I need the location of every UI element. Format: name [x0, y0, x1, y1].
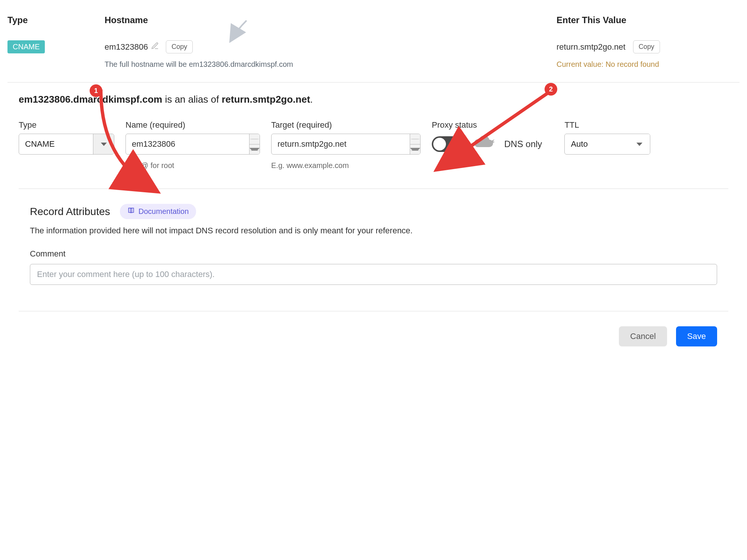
alias-summary: em1323806.dmarcdkimspf.com is an alias o…	[19, 94, 728, 105]
proxy-status-text: DNS only	[504, 139, 542, 149]
comment-label: Comment	[30, 249, 717, 259]
target-hint: E.g. www.example.com	[271, 161, 421, 170]
copy-hostname-button[interactable]: Copy	[166, 40, 193, 53]
col-header-hostname: Hostname	[105, 15, 557, 25]
ttl-select-value: Auto	[565, 134, 629, 154]
divider	[19, 189, 728, 189]
record-attributes-description: The information provided here will not i…	[30, 226, 717, 236]
ttl-select-toggle[interactable]	[629, 134, 650, 154]
book-icon	[127, 207, 135, 216]
proxy-toggle[interactable]: ✕	[432, 136, 464, 152]
proxy-label: Proxy status	[432, 120, 542, 130]
edit-icon[interactable]	[151, 42, 159, 52]
full-hostname-hint: The full hostname will be em1323806.dmar…	[105, 60, 557, 69]
type-select-value: CNAME	[19, 134, 93, 154]
name-input-wrap	[125, 134, 260, 155]
chevron-down-icon	[636, 143, 642, 146]
target-label: Target (required)	[271, 120, 421, 130]
annotation-badge-1: 1	[90, 84, 102, 97]
ttl-select[interactable]: Auto	[564, 134, 650, 155]
target-step-down[interactable]	[410, 144, 420, 155]
name-hint: Use @ for root	[125, 161, 260, 170]
type-select-toggle[interactable]	[93, 134, 114, 154]
cloud-icon	[473, 136, 495, 153]
target-input[interactable]	[272, 134, 410, 154]
col-header-type: Type	[7, 15, 105, 25]
documentation-label: Documentation	[139, 207, 189, 216]
name-label: Name (required)	[125, 120, 260, 130]
documentation-link[interactable]: Documentation	[120, 204, 196, 219]
type-select[interactable]: CNAME	[19, 134, 114, 155]
x-icon: ✕	[452, 140, 459, 149]
chevron-up-icon	[410, 139, 420, 139]
chevron-down-icon	[410, 148, 420, 151]
chevron-up-icon	[249, 139, 260, 139]
record-type-badge: CNAME	[7, 40, 45, 53]
type-label: Type	[19, 120, 114, 130]
current-value-text: Current value: No record found	[557, 60, 740, 69]
cancel-button[interactable]: Cancel	[619, 326, 667, 346]
target-value-text: return.smtp2go.net	[557, 42, 626, 52]
name-step-up[interactable]	[249, 134, 260, 144]
comment-input[interactable]	[30, 264, 717, 285]
divider	[19, 311, 728, 311]
save-button[interactable]: Save	[676, 326, 717, 346]
name-input[interactable]	[126, 134, 249, 154]
chevron-down-icon	[101, 143, 107, 146]
name-step-down[interactable]	[249, 144, 260, 155]
target-input-wrap	[271, 134, 421, 155]
annotation-badge-2: 2	[545, 83, 557, 96]
hostname-value: em1323806	[105, 42, 148, 52]
col-header-value: Enter This Value	[557, 15, 740, 25]
ttl-label: TTL	[564, 120, 650, 130]
target-step-up[interactable]	[410, 134, 420, 144]
copy-value-button[interactable]: Copy	[633, 40, 660, 53]
record-attributes-title: Record Attributes	[30, 206, 110, 218]
chevron-down-icon	[249, 148, 260, 151]
